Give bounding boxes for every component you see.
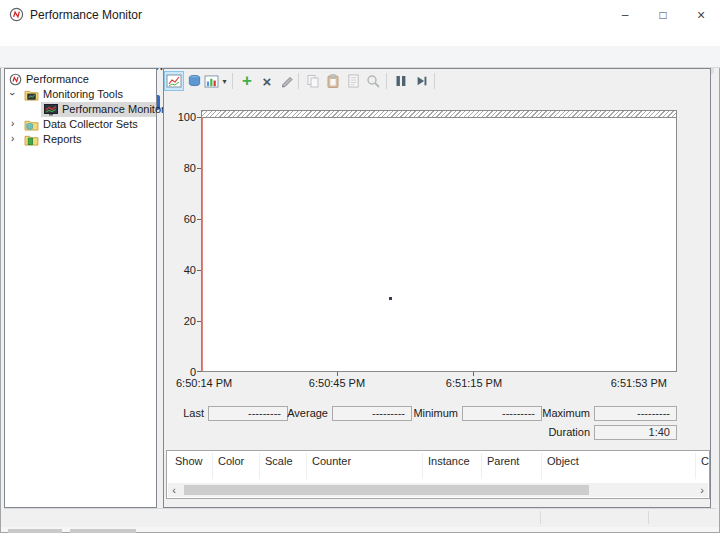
status-bar-divider	[648, 511, 649, 524]
counter-table: Show Color Scale Counter Instance Parent…	[166, 450, 710, 499]
highlight-button[interactable]	[277, 71, 297, 91]
y-tick-mark	[197, 168, 201, 169]
close-button[interactable]: ×	[682, 0, 720, 29]
minimize-button[interactable]: –	[606, 0, 644, 29]
step-forward-icon	[415, 75, 428, 87]
freeze-display-button[interactable]	[391, 71, 411, 91]
column-header-color[interactable]: Color	[218, 455, 244, 467]
maximum-value-field: ---------	[594, 406, 677, 421]
column-header-instance[interactable]: Instance	[428, 455, 470, 467]
scroll-left-button[interactable]: ‹	[168, 483, 180, 497]
column-divider	[422, 453, 423, 479]
pencil-icon	[280, 74, 294, 88]
perfmon-icon	[9, 73, 22, 86]
delete-counter-button[interactable]: ×	[257, 71, 277, 91]
y-tick-mark	[197, 117, 201, 118]
tree-item-reports[interactable]: › Reports	[5, 132, 156, 147]
y-tick-mark	[197, 371, 201, 372]
toolbar-separator	[298, 73, 299, 89]
tree-item-label: Performance Monitor	[62, 102, 165, 117]
tree-item-monitoring-tools[interactable]: › Monitoring Tools	[5, 87, 156, 102]
chevron-down-icon[interactable]: ›	[6, 92, 18, 95]
paste-counter-list-button[interactable]	[323, 71, 343, 91]
horizontal-scrollbar[interactable]: ‹ ›	[168, 483, 708, 497]
column-header-counter[interactable]: Counter	[312, 455, 351, 467]
title-bar: Performance Monitor – □ ×	[0, 0, 720, 29]
view-current-activity-button[interactable]	[164, 71, 184, 91]
y-tick-mark	[197, 219, 201, 220]
zoom-button[interactable]	[363, 71, 383, 91]
view-log-data-button[interactable]	[184, 71, 204, 91]
column-divider	[259, 453, 260, 479]
column-divider	[695, 453, 696, 479]
console-tree-panel: Performance › Monitoring Tools Performan…	[4, 68, 157, 508]
column-header-parent[interactable]: Parent	[487, 455, 519, 467]
x-tick-label: 6:50:14 PM	[176, 377, 232, 389]
mouse-cursor-dot	[389, 297, 392, 300]
tree-item-data-collector-sets[interactable]: › Data Collector Sets	[5, 117, 156, 132]
window-title: Performance Monitor	[30, 8, 142, 22]
graph-properties-button[interactable]	[343, 71, 363, 91]
x-tick-label: 6:50:45 PM	[297, 377, 377, 389]
performance-monitor-window: Performance Monitor – □ × File Action Vi…	[0, 0, 720, 533]
graph-type-icon	[204, 75, 219, 88]
scroll-left-icon: ‹	[172, 484, 176, 496]
maximize-button[interactable]: □	[644, 0, 682, 29]
scroll-right-icon: ›	[700, 484, 704, 496]
maximum-label: Maximum	[516, 407, 590, 419]
taskbar-fragment	[8, 529, 62, 533]
update-data-button[interactable]	[411, 71, 431, 91]
chevron-right-icon[interactable]: ›	[11, 133, 14, 145]
toolbar-separator	[232, 73, 233, 89]
caret-down-icon: ▾	[222, 77, 226, 86]
delete-x-icon: ×	[263, 73, 272, 90]
column-header-scale[interactable]: Scale	[265, 455, 293, 467]
reports-folder-icon	[24, 134, 39, 146]
mmc-toolbar: ?	[0, 46, 720, 68]
column-header-object[interactable]: Object	[547, 455, 579, 467]
y-tick-label: 40	[168, 264, 196, 276]
y-tick-label: 60	[168, 213, 196, 225]
magnifier-icon	[366, 74, 380, 88]
monitoring-tools-folder-icon	[24, 89, 39, 101]
chart-top-hatch-band	[202, 111, 676, 118]
x-tick-mark	[337, 372, 338, 376]
status-bar-divider	[540, 511, 541, 524]
data-collector-folder-icon	[24, 119, 39, 131]
chevron-right-icon[interactable]: ›	[11, 118, 14, 130]
scrollbar-thumb[interactable]	[184, 485, 589, 495]
status-bar	[4, 508, 716, 527]
graph-type-dropdown[interactable]: ▾	[219, 71, 230, 91]
add-counter-button[interactable]: +	[237, 71, 257, 91]
taskbar-fragment	[70, 529, 136, 533]
minimize-icon: –	[622, 8, 629, 22]
y-tick-label: 100	[168, 111, 196, 123]
clipboard-icon	[326, 74, 340, 88]
column-header-show[interactable]: Show	[175, 455, 203, 467]
toolbar-separator	[386, 73, 387, 89]
tree-item-performance[interactable]: Performance	[5, 72, 156, 87]
perfmon-app-icon	[9, 7, 24, 22]
average-label: Average	[258, 407, 328, 419]
chart-plot-area	[201, 110, 677, 372]
y-tick-label: 80	[168, 162, 196, 174]
column-divider	[212, 453, 213, 479]
column-header-computer-clipped[interactable]: C	[701, 455, 709, 467]
menu-bar: File Action View Window Help – ×	[0, 29, 720, 46]
properties-sheet-icon	[347, 74, 360, 88]
column-divider	[541, 453, 542, 479]
performance-monitor-icon	[44, 104, 58, 116]
column-divider	[481, 453, 482, 479]
log-data-icon	[187, 74, 202, 88]
copy-properties-button[interactable]	[303, 71, 323, 91]
duration-value-field: 1:40	[594, 425, 677, 440]
column-divider	[306, 453, 307, 479]
maximize-icon: □	[659, 8, 666, 22]
change-graph-type-button[interactable]	[203, 71, 220, 91]
copy-icon	[306, 74, 320, 88]
pause-icon	[395, 75, 407, 87]
tree-item-performance-monitor[interactable]: Performance Monitor	[5, 102, 156, 117]
scroll-right-button[interactable]: ›	[696, 483, 708, 497]
y-tick-mark	[197, 321, 201, 322]
duration-label: Duration	[516, 426, 590, 438]
